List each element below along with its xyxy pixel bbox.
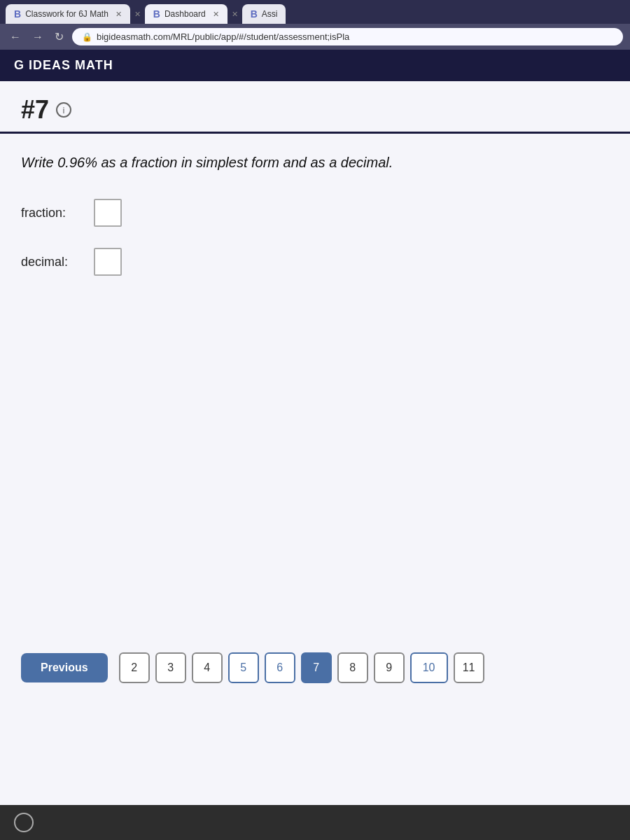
- page-btn-8[interactable]: 8: [337, 652, 368, 683]
- info-icon-label: i: [63, 105, 65, 115]
- tab-icon-dashboard: B: [153, 8, 160, 20]
- page-btn-7[interactable]: 7: [301, 652, 332, 683]
- tab-classwork[interactable]: B Classwork for 6J Math ✕: [6, 4, 130, 24]
- page-btn-10[interactable]: 10: [410, 652, 448, 683]
- tab-x-dashboard: ✕: [229, 10, 241, 19]
- page-btn-5[interactable]: 5: [228, 652, 259, 683]
- tab-icon-assi: B: [251, 8, 258, 20]
- tab-label-dashboard: Dashboard: [164, 9, 206, 19]
- info-icon[interactable]: i: [56, 102, 71, 118]
- page-btn-2[interactable]: 2: [119, 652, 150, 683]
- page-btn-3[interactable]: 3: [155, 652, 186, 683]
- os-taskbar: [0, 805, 630, 840]
- page-btn-4[interactable]: 4: [192, 652, 223, 683]
- tab-label-assi: Assi: [262, 9, 278, 19]
- tab-assi[interactable]: B Assi: [242, 4, 286, 24]
- address-bar[interactable]: 🔒 bigideasmath.com/MRL/public/app/#/stud…: [72, 28, 623, 46]
- decimal-input[interactable]: [94, 248, 122, 276]
- main-content: #7 i Write 0.96% as a fraction in simple…: [0, 81, 630, 840]
- address-bar-row: ← → ↻ 🔒 bigideasmath.com/MRL/public/app/…: [0, 24, 630, 50]
- bim-title: G IDEAS MATH: [14, 58, 113, 72]
- tab-close-classwork[interactable]: ✕: [115, 10, 122, 19]
- tab-bar: B Classwork for 6J Math ✕ ✕ B Dashboard …: [0, 0, 630, 24]
- fraction-label: fraction:: [21, 206, 84, 220]
- fraction-input[interactable]: [94, 199, 122, 227]
- page-btn-9[interactable]: 9: [374, 652, 405, 683]
- navigation-footer: Previous 2 3 4 5 6 7 8 9 10 11: [0, 638, 630, 697]
- content-wrapper: #7 i Write 0.96% as a fraction in simple…: [0, 81, 630, 840]
- tab-x-classwork: ✕: [132, 10, 144, 19]
- tab-close-dashboard[interactable]: ✕: [213, 10, 219, 19]
- refresh-button[interactable]: ↻: [52, 29, 66, 45]
- decimal-answer-row: decimal:: [21, 248, 609, 276]
- browser-chrome: B Classwork for 6J Math ✕ ✕ B Dashboard …: [0, 0, 630, 50]
- question-text: Write 0.96% as a fraction in simplest fo…: [21, 155, 609, 171]
- question-body: Write 0.96% as a fraction in simplest fo…: [0, 134, 630, 311]
- url-text: bigideasmath.com/MRL/public/app/#/studen…: [97, 31, 349, 42]
- tab-icon-classwork: B: [14, 8, 21, 20]
- os-home-button[interactable]: [14, 813, 34, 832]
- bim-header: G IDEAS MATH: [0, 50, 630, 81]
- question-text-content: Write 0.96% as a fraction in simplest fo…: [21, 155, 393, 170]
- tab-dashboard[interactable]: B Dashboard ✕: [145, 4, 227, 24]
- previous-button[interactable]: Previous: [21, 653, 108, 682]
- forward-button[interactable]: →: [29, 29, 46, 45]
- page-btn-11[interactable]: 11: [454, 652, 484, 683]
- question-number: #7: [21, 95, 49, 125]
- tab-label-classwork: Classwork for 6J Math: [25, 9, 108, 19]
- page-btn-6[interactable]: 6: [265, 652, 295, 683]
- lock-icon: 🔒: [82, 32, 92, 42]
- question-header: #7 i: [0, 81, 630, 134]
- back-button[interactable]: ←: [7, 29, 24, 45]
- decimal-label: decimal:: [21, 255, 84, 270]
- fraction-answer-row: fraction:: [21, 199, 609, 227]
